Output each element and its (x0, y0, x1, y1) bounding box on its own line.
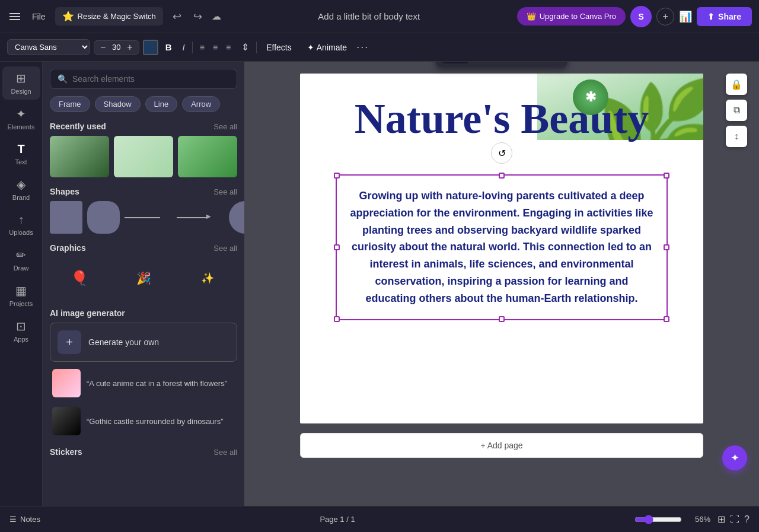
handle-tl[interactable] (334, 173, 340, 179)
projects-icon: ▦ (15, 283, 27, 298)
search-bar[interactable]: 🔍 (50, 69, 237, 89)
align-left-button[interactable]: ≡ (196, 40, 208, 55)
draw-icon: ✏ (16, 248, 26, 262)
cloud-save-button[interactable]: ☁ (212, 11, 221, 22)
prompt-text-2: “Gothic castle surrounded by dinosaurs” (87, 417, 224, 426)
recent-item-3[interactable] (178, 136, 237, 177)
sidebar-item-elements[interactable]: ✦ Elements (2, 102, 40, 135)
grid-view-button[interactable]: ⊞ (717, 514, 725, 525)
zoom-percentage[interactable]: 56% (687, 515, 710, 524)
canvas-area: 🔒 ⧉ ↕ ✦ Magic Write ⧉ 🗑 ··· More (244, 62, 759, 506)
handle-bm[interactable] (499, 316, 505, 322)
sidebar-item-apps[interactable]: ⊡ Apps (2, 314, 40, 348)
stickers-header: Stickers See all (50, 447, 237, 457)
italic-button[interactable]: I (179, 40, 189, 55)
analytics-button[interactable]: 📊 (679, 10, 692, 23)
shape-circle[interactable] (229, 201, 244, 234)
font-family-select[interactable]: Canva Sans (7, 39, 90, 55)
filter-tag-arrow[interactable]: Arrow (182, 96, 220, 112)
share-icon: ⬆ (707, 12, 715, 21)
sidebar-item-design[interactable]: ⊞ Design (2, 66, 40, 100)
stickers-title: Stickers (50, 447, 82, 457)
resize-magic-switch-button[interactable]: ⭐ Resize & Magic Switch (55, 7, 163, 26)
handle-lm[interactable] (334, 244, 340, 250)
shape-arrow[interactable] (177, 217, 224, 218)
filter-tag-shadow[interactable]: Shadow (95, 96, 141, 112)
shape-line[interactable] (125, 217, 172, 218)
canvas-wrapper: ✦ Magic Write ⧉ 🗑 ··· More 🌿 (300, 74, 703, 458)
recently-used-see-all[interactable]: See all (213, 122, 237, 131)
lock-button[interactable]: 🔒 (726, 74, 747, 95)
text-box[interactable]: Growing up with nature-loving parents cu… (336, 174, 668, 320)
notes-button[interactable]: ☰ Notes (9, 515, 40, 524)
text-spacing-button[interactable]: ⇕ (238, 39, 253, 55)
redo-button[interactable]: ↪ (189, 8, 207, 26)
uploads-icon: ↑ (18, 213, 24, 227)
graphic-item-2[interactable]: 🎉 (114, 257, 173, 299)
hamburger-menu[interactable] (7, 11, 23, 23)
text-color-button[interactable] (143, 40, 158, 55)
sidebar-item-text[interactable]: T Text (2, 138, 40, 170)
graphics-see-all[interactable]: See all (213, 244, 237, 253)
search-icon: 🔍 (58, 74, 68, 84)
handle-bl[interactable] (334, 316, 340, 322)
sidebar-item-uploads[interactable]: ↑ Uploads (2, 208, 40, 241)
position-button[interactable]: ↕ (726, 126, 747, 147)
page-info: Page 1 / 1 (47, 515, 627, 524)
font-size-decrease[interactable]: − (98, 42, 108, 53)
sidebar-item-draw[interactable]: ✏ Draw (2, 243, 40, 276)
sidebar-item-brand[interactable]: ◈ Brand (2, 173, 40, 206)
canvas[interactable]: 🌿 🍃 ✱ Nature's Beauty (300, 74, 703, 423)
document-title-input[interactable] (280, 11, 458, 21)
duplicate-ctx-button[interactable]: ⧉ (507, 62, 522, 63)
add-page-button[interactable]: + Add page (300, 433, 703, 458)
graphic-item-1[interactable]: 🎈 (50, 257, 109, 299)
shape-square[interactable] (50, 201, 82, 234)
zoom-slider[interactable] (634, 515, 682, 524)
user-avatar[interactable]: S (630, 6, 652, 27)
font-size-increase[interactable]: + (125, 42, 135, 53)
bold-button[interactable]: B (162, 40, 176, 55)
more-options-button[interactable]: ··· (356, 41, 369, 53)
recent-item-2[interactable] (114, 136, 173, 177)
share-button[interactable]: ⬆ Share (697, 7, 752, 26)
help-button[interactable]: ? (744, 514, 750, 525)
shape-rounded-rect[interactable] (87, 201, 120, 234)
prompt-items: “A cute anime cat in a forest with flowe… (50, 367, 237, 438)
search-input[interactable] (72, 74, 229, 84)
effects-button[interactable]: Effects (260, 40, 298, 55)
floating-magic-button[interactable]: ✦ (722, 445, 747, 470)
fullscreen-button[interactable]: ⛶ (730, 514, 739, 525)
shapes-see-all[interactable]: See all (213, 187, 237, 196)
sidebar-item-projects[interactable]: ▦ Projects (2, 279, 40, 312)
animate-button[interactable]: ✦ Animate (301, 40, 353, 55)
more-context-button[interactable]: ··· (545, 62, 562, 63)
canvas-bottom-refresh[interactable]: ↺ (491, 142, 512, 164)
handle-rm[interactable] (664, 244, 669, 250)
delete-button[interactable]: 🗑 (525, 62, 543, 63)
handle-br[interactable] (664, 316, 669, 322)
file-menu[interactable]: File (27, 9, 50, 24)
graphic-item-3[interactable]: ✨ (178, 257, 237, 299)
prompt-item-1[interactable]: “A cute anime cat in a forest with flowe… (50, 367, 237, 400)
upgrade-button[interactable]: 👑 Upgrade to Canva Pro (517, 7, 626, 26)
stickers-see-all[interactable]: See all (213, 448, 237, 457)
generate-button[interactable]: + Generate your own (50, 323, 237, 362)
filter-tag-line[interactable]: Line (145, 96, 178, 112)
canvas-title[interactable]: Nature's Beauty (312, 85, 691, 140)
font-size-value: 30 (109, 43, 123, 52)
duplicate-button[interactable]: ⧉ (726, 100, 747, 121)
undo-button[interactable]: ↩ (168, 8, 186, 26)
prompt-item-2[interactable]: “Gothic castle surrounded by dinosaurs” (50, 404, 237, 438)
bottom-bar: ☰ Notes Page 1 / 1 56% ⊞ ⛶ ? (0, 506, 759, 532)
filter-tag-frame[interactable]: Frame (50, 96, 90, 112)
invite-button[interactable]: + (656, 8, 674, 26)
align-justify-button[interactable]: ≡ (222, 40, 234, 55)
recently-used-title: Recently used (50, 122, 106, 131)
handle-tr[interactable] (664, 173, 669, 179)
align-center-button[interactable]: ≡ (209, 40, 221, 55)
handle-tm[interactable] (499, 173, 505, 179)
recent-item-1[interactable] (50, 136, 109, 177)
ai-section: AI image generator + Generate your own “… (50, 308, 237, 438)
upgrade-label: Upgrade to Canva Pro (540, 12, 616, 21)
